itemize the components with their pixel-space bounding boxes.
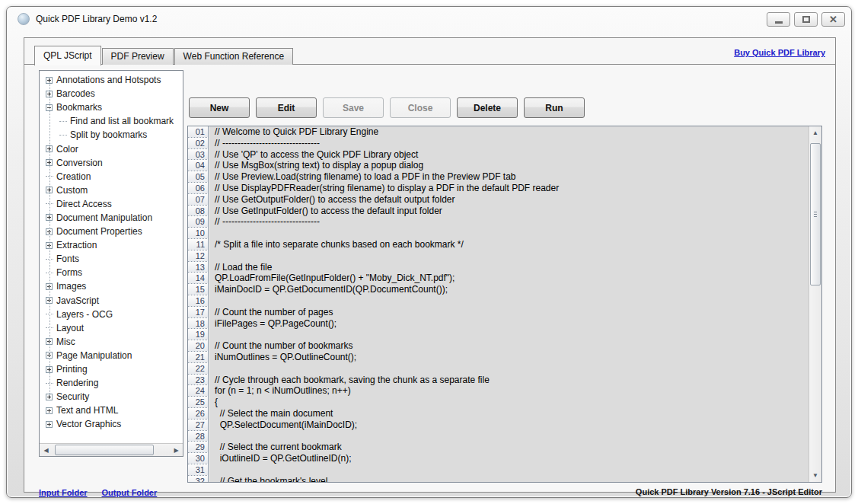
tree-item-label: Rendering	[56, 378, 98, 388]
scroll-down-icon[interactable]: ▼	[809, 469, 821, 482]
edit-button[interactable]: Edit	[256, 97, 317, 118]
client-area: QPL JScriptPDF PreviewWeb Function Refer…	[24, 37, 836, 493]
script-editor[interactable]: 01// Welcome to Quick PDF Library Engine…	[187, 126, 822, 483]
maximize-button[interactable]	[794, 12, 818, 27]
close-button[interactable]: ✕	[821, 12, 845, 27]
code-text: // --------------------------------	[209, 138, 809, 149]
tree-item-text-and-html[interactable]: Text and HTML	[40, 404, 183, 417]
tree-item-color[interactable]: Color	[40, 142, 183, 155]
scroll-up-icon[interactable]: ▲	[809, 126, 821, 139]
tree-item-page-manipulation[interactable]: Page Manipulation	[40, 349, 183, 362]
close-icon: ✕	[829, 14, 837, 24]
minimize-button[interactable]	[767, 12, 790, 27]
output-folder-link[interactable]: Output Folder	[102, 488, 158, 497]
tree-item-misc[interactable]: Misc	[40, 335, 183, 349]
code-text: for (n = 1; n < iNumOutlines; n++)	[209, 385, 809, 397]
line-number: 11	[188, 239, 209, 250]
window-controls: ✕	[767, 12, 845, 27]
tree-items: Annotations and HotspotsBarcodesBookmark…	[40, 71, 183, 443]
line-number: 08	[188, 206, 209, 217]
code-text: {	[209, 397, 809, 408]
app-icon	[18, 13, 30, 25]
expand-icon[interactable]	[46, 407, 53, 414]
tree-item-rendering[interactable]: Rendering	[40, 376, 183, 390]
tab-pdf-preview[interactable]: PDF Preview	[102, 48, 174, 65]
minimize-icon	[775, 21, 783, 24]
scroll-right-icon[interactable]: ▶	[170, 444, 183, 456]
tree-item-fonts[interactable]: Fonts	[40, 252, 183, 266]
tree-item-custom[interactable]: Custom	[40, 183, 183, 197]
code-text: // Select the current bookmark	[209, 442, 809, 453]
editor-line-01: 01// Welcome to Quick PDF Library Engine	[188, 126, 809, 138]
code-text: // Welcome to Quick PDF Library Engine	[209, 126, 809, 138]
editor-line-09: 09// --------------------------------	[188, 216, 809, 228]
input-folder-link[interactable]: Input Folder	[39, 488, 88, 497]
tree-item-document-properties[interactable]: Document Properties	[40, 225, 183, 238]
tree-item-label: Direct Access	[56, 199, 112, 209]
new-button[interactable]: New	[189, 97, 250, 118]
tree-item-bookmarks[interactable]: Bookmarks	[40, 100, 183, 114]
tree-item-printing[interactable]: Printing	[40, 362, 183, 376]
line-number: 20	[188, 340, 209, 352]
tree-item-label: Images	[56, 281, 86, 292]
editor-vertical-scrollbar[interactable]: ▲ ▼	[809, 126, 821, 482]
tab-web-function-reference[interactable]: Web Function Reference	[174, 48, 294, 65]
buy-quick-pdf-library-link[interactable]: Buy Quick PDF Library	[734, 48, 825, 57]
line-number: 06	[188, 183, 209, 194]
editor-line-30: 30 iOutlineID = QP.GetOutlineID(n);	[188, 453, 809, 464]
tree-item-label: Document Properties	[56, 226, 142, 237]
tree-horizontal-scrollbar[interactable]: ◀ ▶	[40, 443, 183, 456]
tree-item-creation[interactable]: Creation	[40, 170, 183, 183]
tree-item-split-by-bookmarks[interactable]: Split by bookmarks	[40, 128, 183, 142]
line-number: 01	[188, 126, 209, 138]
tree-item-annotations-and-hotspots[interactable]: Annotations and Hotspots	[40, 73, 183, 87]
tab-panel: Annotations and HotspotsBarcodesBookmark…	[24, 64, 835, 492]
tree-item-label: Bookmarks	[56, 102, 102, 113]
code-text	[209, 228, 809, 239]
tree-item-label: Creation	[56, 171, 91, 182]
editor-line-03: 03// Use 'QP' to access the Quick PDF Li…	[188, 149, 809, 161]
tree-item-label: Vector Graphics	[56, 419, 121, 429]
code-text	[209, 295, 809, 307]
maximize-icon	[802, 16, 810, 23]
editor-line-20: 20// Count the number of bookmarks	[188, 340, 809, 352]
editor-line-02: 02// --------------------------------	[188, 138, 809, 149]
line-number: 04	[188, 160, 209, 171]
tab-qpl-jscript[interactable]: QPL JScript	[34, 46, 101, 65]
tree-item-layout[interactable]: Layout	[40, 321, 183, 335]
editor-line-26: 26 // Select the main document	[188, 408, 809, 419]
tree-item-direct-access[interactable]: Direct Access	[40, 197, 183, 211]
expand-icon[interactable]	[46, 421, 53, 428]
tree-item-label: Printing	[56, 364, 88, 375]
line-number: 13	[188, 262, 209, 273]
tree-scrollbar-thumb[interactable]	[55, 445, 154, 455]
tab-strip: QPL JScriptPDF PreviewWeb Function Refer…	[34, 45, 294, 65]
tree-item-label: Text and HTML	[56, 405, 118, 416]
line-number: 22	[188, 363, 209, 375]
tree-item-label: Security	[56, 391, 89, 402]
line-number: 23	[188, 375, 209, 386]
scroll-left-icon[interactable]: ◀	[40, 444, 53, 456]
save-button: Save	[323, 97, 384, 118]
editor-line-07: 07// Use GetOutputFolder() to access the…	[188, 194, 809, 206]
tree-item-javascript[interactable]: JavaScript	[40, 294, 183, 308]
tree-item-images[interactable]: Images	[40, 279, 183, 293]
tree-item-find-and-list-all-bookmark[interactable]: Find and list all bookmark	[40, 114, 183, 128]
tree-item-vector-graphics[interactable]: Vector Graphics	[40, 417, 183, 431]
script-category-tree: Annotations and HotspotsBarcodesBookmark…	[39, 70, 183, 457]
editor-scrollbar-thumb[interactable]	[810, 143, 821, 285]
code-text	[209, 431, 809, 442]
tree-item-layers-ocg[interactable]: Layers - OCG	[40, 308, 183, 321]
tree-item-document-manipulation[interactable]: Document Manipulation	[40, 211, 183, 225]
tree-item-conversion[interactable]: Conversion	[40, 156, 183, 170]
code-text	[209, 464, 809, 476]
tree-item-forms[interactable]: Forms	[40, 266, 183, 279]
tree-item-barcodes[interactable]: Barcodes	[40, 87, 183, 100]
tree-item-label: Barcodes	[56, 88, 95, 99]
code-text: iNumOutlines = QP.OutlineCount();	[209, 352, 809, 363]
run-button[interactable]: Run	[524, 97, 585, 118]
tree-item-security[interactable]: Security	[40, 390, 183, 404]
tree-item-extraction[interactable]: Extraction	[40, 238, 183, 252]
code-text: // Use 'QP' to access the Quick PDF Libr…	[209, 149, 809, 161]
delete-button[interactable]: Delete	[457, 97, 518, 118]
